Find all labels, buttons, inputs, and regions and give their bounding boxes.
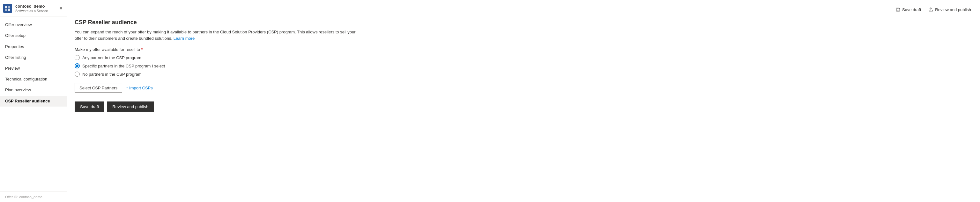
sidebar-item-preview[interactable]: Preview	[0, 63, 67, 74]
page-title: CSP Reseller audience	[75, 19, 972, 26]
svg-rect-0	[5, 6, 7, 8]
offer-id-label: Offer ID: contoso_demo	[5, 195, 43, 199]
required-star: *	[140, 47, 143, 52]
learn-more-link[interactable]: Learn more	[173, 36, 195, 41]
description: You can expand the reach of your offer b…	[75, 29, 362, 41]
sidebar-collapse-icon[interactable]: ≡	[60, 6, 62, 11]
main-area: Save draft Review and publish CSP Resell…	[67, 0, 980, 202]
bottom-actions: Save draft Review and publish	[75, 101, 972, 112]
resell-label: Make my offer available for resell to *	[75, 47, 972, 52]
app-subtitle: Software as a Service	[15, 9, 48, 13]
radio-circle-specific-partners	[75, 63, 80, 68]
radio-label-any-partner: Any partner in the CSP program	[82, 55, 141, 60]
sidebar-item-technical-configuration[interactable]: Technical configuration	[0, 74, 67, 85]
radio-item-any-partner[interactable]: Any partner in the CSP program	[75, 55, 972, 60]
radio-item-specific-partners[interactable]: Specific partners in the CSP program I s…	[75, 63, 972, 68]
app-title: contoso_demo	[15, 4, 48, 9]
top-bar: Save draft Review and publish	[67, 0, 980, 16]
radio-label-specific-partners: Specific partners in the CSP program I s…	[82, 64, 165, 68]
svg-rect-3	[8, 9, 10, 11]
review-publish-button[interactable]: Review and publish	[107, 101, 154, 112]
csp-actions-row: Select CSP Partners ↑ Import CSPs	[75, 83, 972, 93]
radio-group: Any partner in the CSP programSpecific p…	[75, 55, 972, 77]
svg-rect-4	[897, 10, 899, 11]
sidebar-header: contoso_demo Software as a Service ≡	[0, 0, 67, 17]
sidebar-item-offer-overview[interactable]: Offer overview	[0, 19, 67, 30]
save-draft-top-label: Save draft	[902, 7, 921, 12]
main-content: CSP Reseller audience You can expand the…	[67, 16, 980, 202]
svg-rect-2	[5, 9, 7, 11]
radio-circle-no-partners	[75, 72, 80, 77]
sidebar-item-properties[interactable]: Properties	[0, 41, 67, 52]
radio-item-no-partners[interactable]: No partners in the CSP program	[75, 72, 972, 77]
app-logo	[3, 4, 12, 13]
import-csps-link[interactable]: ↑ Import CSPs	[126, 85, 153, 90]
app-name-group: contoso_demo Software as a Service	[15, 4, 48, 13]
save-draft-top-button[interactable]: Save draft	[893, 6, 924, 13]
sidebar-footer: Offer ID: contoso_demo	[0, 191, 67, 202]
sidebar-item-csp-reseller-audience[interactable]: CSP Reseller audience	[0, 96, 67, 107]
sidebar-item-plan-overview[interactable]: Plan overview	[0, 85, 67, 95]
svg-rect-1	[8, 6, 10, 8]
publish-icon	[929, 7, 933, 12]
sidebar-item-offer-listing[interactable]: Offer listing	[0, 52, 67, 63]
save-draft-button[interactable]: Save draft	[75, 101, 104, 112]
save-icon	[896, 7, 900, 12]
radio-label-no-partners: No partners in the CSP program	[82, 72, 141, 77]
review-publish-top-label: Review and publish	[935, 7, 971, 12]
sidebar: contoso_demo Software as a Service ≡ Off…	[0, 0, 67, 202]
radio-circle-any-partner	[75, 55, 80, 60]
svg-rect-5	[897, 8, 898, 9]
sidebar-nav: Offer overviewOffer setupPropertiesOffer…	[0, 17, 67, 191]
select-csp-partners-button[interactable]: Select CSP Partners	[75, 83, 122, 93]
review-publish-top-button[interactable]: Review and publish	[926, 6, 974, 13]
sidebar-item-offer-setup[interactable]: Offer setup	[0, 30, 67, 41]
